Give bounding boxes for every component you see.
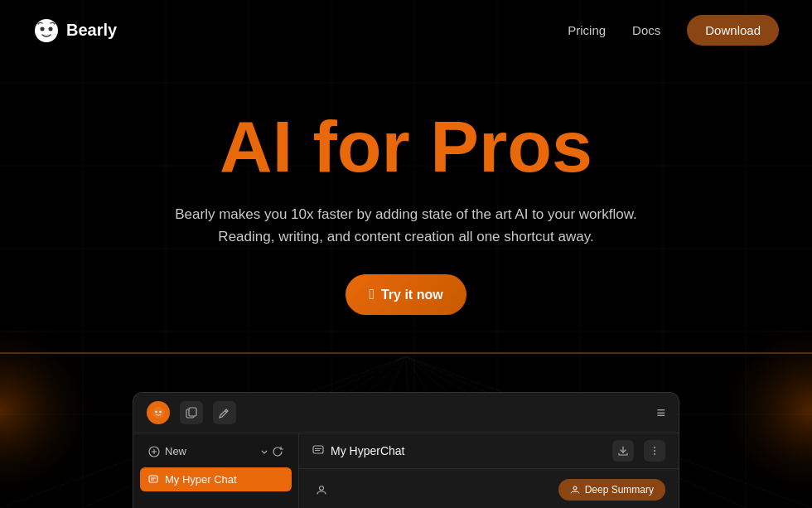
svg-point-47 [654, 450, 655, 452]
app-main-body: Deep Summary [299, 469, 679, 508]
svg-point-50 [573, 486, 577, 490]
toolbar-copy-icon[interactable] [180, 401, 203, 424]
user-small-icon [570, 485, 580, 495]
svg-point-28 [35, 19, 58, 42]
app-main-header: My HyperChat [299, 433, 679, 469]
more-icon [650, 446, 660, 456]
deep-summary-button[interactable]: Deep Summary [558, 479, 665, 501]
chat-header-icon [312, 445, 324, 457]
svg-point-30 [49, 27, 53, 31]
svg-rect-43 [313, 446, 323, 453]
main-chat-title: My HyperChat [331, 444, 404, 457]
sidebar-chat-label: My Hyper Chat [165, 473, 237, 486]
svg-point-33 [159, 411, 161, 413]
export-button[interactable] [612, 440, 634, 462]
toolbar-edit-icon[interactable] [213, 401, 236, 424]
svg-rect-35 [189, 408, 196, 416]
bear-small-icon [152, 406, 165, 419]
plus-circle-icon [148, 446, 160, 457]
hero-subtitle: Bearly makes you 10x faster by adding st… [174, 203, 638, 248]
app-body: New My Hy [133, 433, 679, 508]
svg-rect-25 [0, 352, 812, 354]
svg-point-32 [155, 411, 157, 413]
refresh-icon[interactable] [272, 446, 283, 457]
nav-links: Pricing Docs Download [568, 15, 779, 46]
logo-text: Bearly [66, 21, 117, 40]
svg-rect-40 [149, 476, 157, 482]
hero-title: AI for Pros [33, 110, 779, 183]
nav-docs[interactable]: Docs [632, 23, 660, 37]
apple-icon:  [369, 286, 375, 303]
svg-point-31 [152, 407, 164, 418]
sidebar-chat-item[interactable]: My Hyper Chat [140, 467, 292, 491]
logo-icon [33, 17, 60, 44]
deep-summary-label: Deep Summary [585, 484, 654, 496]
logo[interactable]: Bearly [33, 17, 117, 44]
svg-point-49 [320, 486, 324, 491]
try-it-now-button[interactable]:  Try it now [346, 274, 466, 315]
chevron-down-icon [260, 448, 268, 456]
user-icon [316, 484, 327, 496]
toolbar-bear-icon[interactable] [147, 401, 170, 424]
app-sidebar: New My Hy [133, 433, 299, 508]
download-button[interactable]: Download [687, 15, 779, 46]
cta-label: Try it now [381, 288, 443, 302]
toolbar-menu-icon[interactable]: ≡ [656, 404, 665, 422]
svg-point-48 [654, 453, 655, 455]
nav-pricing[interactable]: Pricing [568, 23, 606, 37]
export-icon [618, 446, 628, 456]
navbar: Bearly Pricing Docs Download [0, 0, 812, 60]
new-label: New [165, 445, 186, 457]
toolbar-left [147, 401, 236, 424]
svg-point-29 [41, 27, 45, 31]
app-main-area: My HyperChat [299, 433, 679, 508]
sidebar-new-button[interactable]: New [140, 440, 292, 462]
hero-section: AI for Pros Bearly makes you 10x faster … [0, 60, 812, 348]
app-toolbar: ≡ [133, 393, 679, 433]
svg-line-36 [225, 411, 227, 413]
chat-icon [148, 475, 158, 485]
app-preview-window: ≡ New [133, 392, 679, 508]
svg-point-46 [654, 447, 655, 448]
main-header-actions [612, 440, 665, 462]
more-options-button[interactable] [644, 440, 665, 462]
main-title: My HyperChat [312, 444, 404, 457]
